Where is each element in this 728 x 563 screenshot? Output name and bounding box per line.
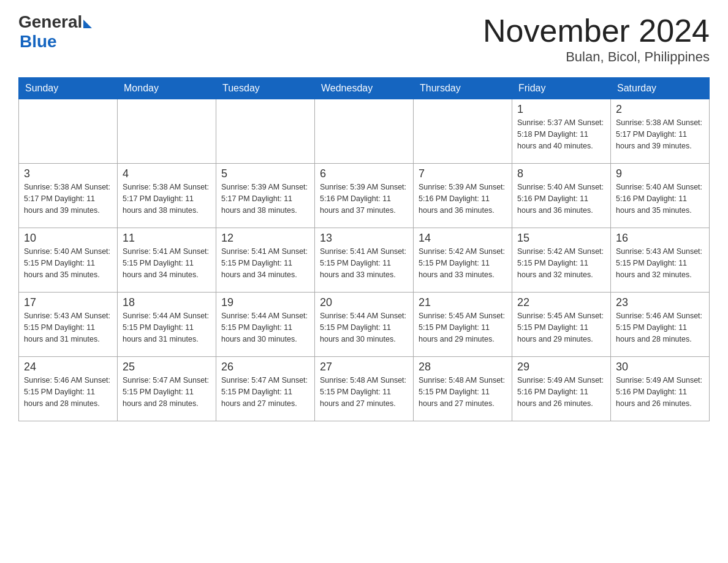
column-header-monday: Monday [118, 78, 216, 99]
day-info: Sunrise: 5:43 AM Sunset: 5:15 PM Dayligh… [24, 310, 112, 345]
day-number: 15 [517, 232, 605, 245]
column-header-sunday: Sunday [19, 78, 118, 99]
calendar-cell: 30Sunrise: 5:49 AM Sunset: 5:16 PM Dayli… [611, 357, 710, 421]
day-number: 12 [221, 232, 309, 245]
day-info: Sunrise: 5:42 AM Sunset: 5:15 PM Dayligh… [419, 246, 507, 280]
day-number: 16 [616, 232, 704, 245]
column-header-wednesday: Wednesday [315, 78, 414, 99]
day-number: 26 [221, 361, 309, 373]
day-number: 30 [616, 361, 704, 373]
calendar-cell: 18Sunrise: 5:44 AM Sunset: 5:15 PM Dayli… [118, 293, 216, 357]
day-info: Sunrise: 5:39 AM Sunset: 5:16 PM Dayligh… [320, 182, 408, 216]
day-info: Sunrise: 5:47 AM Sunset: 5:15 PM Dayligh… [221, 375, 309, 409]
calendar-cell: 6Sunrise: 5:39 AM Sunset: 5:16 PM Daylig… [315, 164, 414, 228]
week-row-2: 3Sunrise: 5:38 AM Sunset: 5:17 PM Daylig… [19, 164, 710, 228]
day-info: Sunrise: 5:41 AM Sunset: 5:15 PM Dayligh… [123, 246, 211, 280]
calendar-cell: 13Sunrise: 5:41 AM Sunset: 5:15 PM Dayli… [315, 228, 414, 293]
day-number: 14 [419, 232, 507, 245]
calendar-cell [216, 99, 315, 164]
calendar-cell: 15Sunrise: 5:42 AM Sunset: 5:15 PM Dayli… [512, 228, 611, 293]
calendar-cell: 9Sunrise: 5:40 AM Sunset: 5:16 PM Daylig… [611, 164, 710, 228]
week-row-4: 17Sunrise: 5:43 AM Sunset: 5:15 PM Dayli… [19, 293, 710, 357]
week-row-1: 1Sunrise: 5:37 AM Sunset: 5:18 PM Daylig… [19, 99, 710, 164]
day-number: 3 [24, 167, 112, 180]
day-info: Sunrise: 5:41 AM Sunset: 5:15 PM Dayligh… [221, 246, 309, 280]
day-info: Sunrise: 5:38 AM Sunset: 5:17 PM Dayligh… [616, 117, 704, 151]
day-info: Sunrise: 5:45 AM Sunset: 5:15 PM Dayligh… [517, 310, 605, 345]
calendar-cell: 4Sunrise: 5:38 AM Sunset: 5:17 PM Daylig… [118, 164, 216, 228]
day-number: 5 [221, 167, 309, 180]
day-info: Sunrise: 5:40 AM Sunset: 5:16 PM Dayligh… [517, 182, 605, 216]
column-header-thursday: Thursday [414, 78, 512, 99]
day-number: 10 [24, 232, 112, 245]
logo-general-text: General [18, 12, 82, 32]
day-info: Sunrise: 5:37 AM Sunset: 5:18 PM Dayligh… [517, 117, 605, 151]
calendar-cell: 27Sunrise: 5:48 AM Sunset: 5:15 PM Dayli… [315, 357, 414, 421]
calendar-cell [315, 99, 414, 164]
day-number: 17 [24, 296, 112, 309]
calendar-cell: 2Sunrise: 5:38 AM Sunset: 5:17 PM Daylig… [611, 99, 710, 164]
day-info: Sunrise: 5:47 AM Sunset: 5:15 PM Dayligh… [123, 375, 211, 409]
calendar-cell: 12Sunrise: 5:41 AM Sunset: 5:15 PM Dayli… [216, 228, 315, 293]
title-section: November 2024 Bulan, Bicol, Philippines [483, 12, 710, 65]
page-header: General Blue November 2024 Bulan, Bicol,… [18, 12, 710, 65]
day-info: Sunrise: 5:46 AM Sunset: 5:15 PM Dayligh… [616, 310, 704, 345]
calendar-cell: 1Sunrise: 5:37 AM Sunset: 5:18 PM Daylig… [512, 99, 611, 164]
day-info: Sunrise: 5:44 AM Sunset: 5:15 PM Dayligh… [221, 310, 309, 345]
calendar-cell: 24Sunrise: 5:46 AM Sunset: 5:15 PM Dayli… [19, 357, 118, 421]
calendar-cell [118, 99, 216, 164]
month-title: November 2024 [483, 12, 710, 49]
day-info: Sunrise: 5:49 AM Sunset: 5:16 PM Dayligh… [616, 375, 704, 409]
day-number: 11 [123, 232, 211, 245]
calendar-cell: 11Sunrise: 5:41 AM Sunset: 5:15 PM Dayli… [118, 228, 216, 293]
logo-blue-text: Blue [20, 32, 57, 52]
calendar-header-row: SundayMondayTuesdayWednesdayThursdayFrid… [19, 78, 710, 99]
day-number: 19 [221, 296, 309, 309]
day-info: Sunrise: 5:38 AM Sunset: 5:17 PM Dayligh… [24, 182, 112, 216]
location-title: Bulan, Bicol, Philippines [483, 49, 710, 65]
day-number: 9 [616, 167, 704, 180]
calendar-cell: 19Sunrise: 5:44 AM Sunset: 5:15 PM Dayli… [216, 293, 315, 357]
day-info: Sunrise: 5:39 AM Sunset: 5:16 PM Dayligh… [419, 182, 507, 216]
week-row-5: 24Sunrise: 5:46 AM Sunset: 5:15 PM Dayli… [19, 357, 710, 421]
day-number: 29 [517, 361, 605, 373]
day-number: 23 [616, 296, 704, 309]
calendar-cell: 25Sunrise: 5:47 AM Sunset: 5:15 PM Dayli… [118, 357, 216, 421]
calendar-cell: 20Sunrise: 5:44 AM Sunset: 5:15 PM Dayli… [315, 293, 414, 357]
day-number: 4 [123, 167, 211, 180]
column-header-tuesday: Tuesday [216, 78, 315, 99]
day-info: Sunrise: 5:49 AM Sunset: 5:16 PM Dayligh… [517, 375, 605, 409]
calendar-cell: 17Sunrise: 5:43 AM Sunset: 5:15 PM Dayli… [19, 293, 118, 357]
day-info: Sunrise: 5:39 AM Sunset: 5:17 PM Dayligh… [221, 182, 309, 216]
day-info: Sunrise: 5:48 AM Sunset: 5:15 PM Dayligh… [419, 375, 507, 409]
calendar-cell: 10Sunrise: 5:40 AM Sunset: 5:15 PM Dayli… [19, 228, 118, 293]
day-number: 21 [419, 296, 507, 309]
calendar-table: SundayMondayTuesdayWednesdayThursdayFrid… [18, 77, 710, 421]
day-number: 18 [123, 296, 211, 309]
day-info: Sunrise: 5:46 AM Sunset: 5:15 PM Dayligh… [24, 375, 112, 409]
calendar-cell [19, 99, 118, 164]
day-number: 24 [24, 361, 112, 373]
calendar-cell: 16Sunrise: 5:43 AM Sunset: 5:15 PM Dayli… [611, 228, 710, 293]
calendar-cell: 3Sunrise: 5:38 AM Sunset: 5:17 PM Daylig… [19, 164, 118, 228]
day-number: 1 [517, 103, 605, 116]
logo: General Blue [18, 12, 92, 52]
day-info: Sunrise: 5:44 AM Sunset: 5:15 PM Dayligh… [320, 310, 408, 345]
day-number: 2 [616, 103, 704, 116]
column-header-saturday: Saturday [611, 78, 710, 99]
day-number: 8 [517, 167, 605, 180]
day-number: 27 [320, 361, 408, 373]
calendar-cell: 14Sunrise: 5:42 AM Sunset: 5:15 PM Dayli… [414, 228, 512, 293]
calendar-cell: 7Sunrise: 5:39 AM Sunset: 5:16 PM Daylig… [414, 164, 512, 228]
day-info: Sunrise: 5:38 AM Sunset: 5:17 PM Dayligh… [123, 182, 211, 216]
day-info: Sunrise: 5:43 AM Sunset: 5:15 PM Dayligh… [616, 246, 704, 280]
week-row-3: 10Sunrise: 5:40 AM Sunset: 5:15 PM Dayli… [19, 228, 710, 293]
calendar-cell: 23Sunrise: 5:46 AM Sunset: 5:15 PM Dayli… [611, 293, 710, 357]
day-number: 7 [419, 167, 507, 180]
day-info: Sunrise: 5:42 AM Sunset: 5:15 PM Dayligh… [517, 246, 605, 280]
calendar-cell: 8Sunrise: 5:40 AM Sunset: 5:16 PM Daylig… [512, 164, 611, 228]
day-number: 13 [320, 232, 408, 245]
calendar-cell: 5Sunrise: 5:39 AM Sunset: 5:17 PM Daylig… [216, 164, 315, 228]
logo-arrow-icon [83, 20, 92, 28]
calendar-cell: 22Sunrise: 5:45 AM Sunset: 5:15 PM Dayli… [512, 293, 611, 357]
